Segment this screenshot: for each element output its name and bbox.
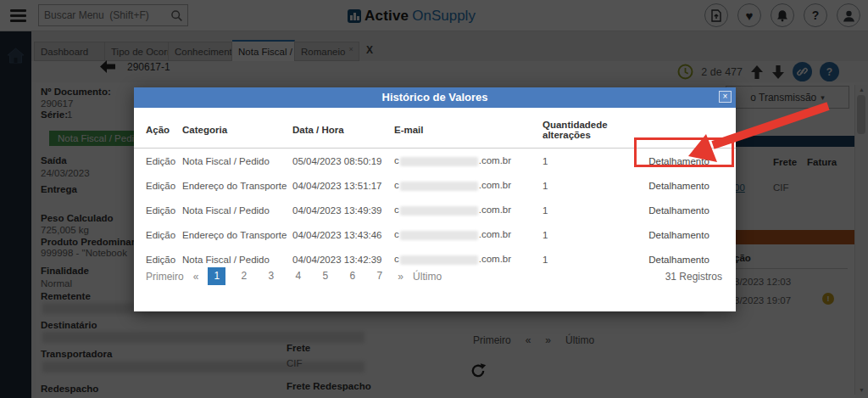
column-header-email: E-mail: [394, 125, 542, 135]
historico-de-valores-dialog: Histórico de Valores × Ação Categoria Da…: [134, 87, 736, 311]
email-redacted: [400, 231, 478, 240]
cell-datahora: 04/04/2023 13:51:17: [292, 181, 394, 191]
detalhamento-link[interactable]: Detalhamento: [634, 181, 724, 191]
cell-acao: Edição: [146, 205, 182, 216]
app-window: ActiveOnSupply ♥ ? Dashboard Tipo de Oco…: [0, 0, 868, 398]
cell-acao: Edição: [146, 156, 182, 166]
cell-quantidade: 1: [542, 255, 634, 265]
cell-quantidade: 1: [542, 230, 634, 240]
page-button-3[interactable]: 3: [262, 267, 280, 285]
cell-quantidade: 1: [542, 205, 634, 216]
pagination-last[interactable]: Último: [413, 271, 442, 283]
email-redacted: [400, 182, 478, 191]
cell-quantidade: 1: [542, 181, 634, 191]
cell-datahora: 04/04/2023 13:43:46: [292, 230, 394, 240]
page-button-2[interactable]: 2: [235, 267, 253, 285]
column-header-quantidade: Quantidadede alterações: [542, 120, 634, 140]
cell-quantidade: 1: [542, 156, 634, 166]
cell-datahora: 04/04/2023 13:42:39: [292, 255, 394, 265]
page-button-1[interactable]: 1: [208, 267, 225, 285]
detalhamento-link[interactable]: Detalhamento: [634, 205, 724, 216]
cell-categoria: Endereço do Transporte: [182, 230, 292, 240]
table-header-row: Ação Categoria Data / Hora E-mail Quanti…: [134, 120, 736, 149]
page-button-7[interactable]: 7: [370, 267, 388, 285]
table-row: Edição Nota Fiscal / Pedido 05/04/2023 0…: [134, 149, 736, 173]
email-redacted: [400, 206, 478, 216]
pagination-first[interactable]: Primeiro: [146, 271, 184, 283]
cell-categoria: Nota Fiscal / Pedido: [182, 255, 292, 265]
detalhamento-link[interactable]: Detalhamento: [634, 255, 724, 265]
table-row: Edição Endereço do Transporte 04/04/2023…: [134, 173, 736, 198]
dialog-title: Histórico de Valores: [134, 87, 736, 108]
cell-email: c.com.br: [394, 155, 542, 165]
page-button-5[interactable]: 5: [316, 267, 334, 285]
dialog-close-icon[interactable]: ×: [719, 91, 732, 103]
cell-datahora: 04/04/2023 13:49:39: [292, 205, 394, 216]
table-row: Edição Endereço do Transporte 04/04/2023…: [134, 222, 736, 247]
cell-categoria: Nota Fiscal / Pedido: [182, 156, 292, 166]
detalhamento-link[interactable]: Detalhamento: [634, 230, 724, 240]
cell-acao: Edição: [146, 255, 182, 265]
cell-acao: Edição: [146, 181, 182, 191]
column-header-datahora: Data / Hora: [292, 125, 394, 135]
records-total: 31 Registros: [665, 271, 722, 283]
cell-categoria: Nota Fiscal / Pedido: [182, 205, 292, 216]
pagination-next-icon[interactable]: »: [398, 271, 403, 283]
cell-categoria: Endereço do Transporte: [182, 181, 292, 191]
cell-email: c.com.br: [394, 229, 542, 239]
page-button-6[interactable]: 6: [343, 267, 361, 285]
dialog-pagination: Primeiro « 1 2 3 4 5 6 7 » Último: [146, 267, 442, 285]
cell-acao: Edição: [146, 230, 182, 240]
table-row: Edição Nota Fiscal / Pedido 04/04/2023 1…: [134, 198, 736, 222]
column-header-categoria: Categoria: [182, 125, 292, 135]
email-redacted: [400, 255, 478, 265]
detalhamento-link[interactable]: Detalhamento: [634, 156, 724, 166]
column-header-acao: Ação: [146, 125, 182, 135]
cell-datahora: 05/04/2023 08:50:19: [292, 156, 394, 166]
cell-email: c.com.br: [394, 180, 542, 190]
email-redacted: [400, 157, 478, 166]
page-button-4[interactable]: 4: [289, 267, 307, 285]
cell-email: c.com.br: [394, 254, 542, 264]
cell-email: c.com.br: [394, 205, 542, 215]
pagination-prev-icon[interactable]: «: [193, 271, 199, 283]
